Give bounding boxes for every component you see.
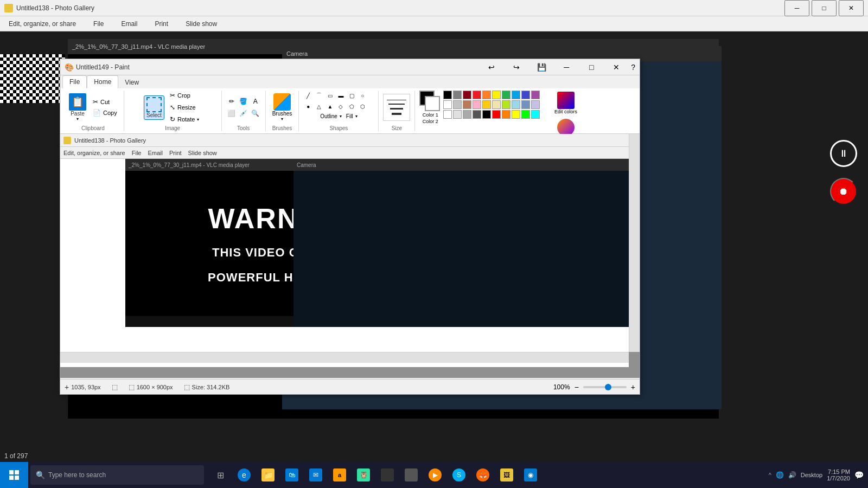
notification-icon[interactable]: 💬 [854, 471, 864, 479]
color2-swatch[interactable] [425, 96, 440, 111]
taskbar-explorer[interactable]: 📁 [256, 462, 280, 488]
swatch-lightgray[interactable] [453, 100, 462, 109]
swatch-cyan[interactable] [531, 110, 540, 119]
zoom-slider[interactable] [583, 386, 627, 388]
taskbar-tripadvisor[interactable]: 🦉 [352, 462, 375, 488]
cut-button[interactable]: ✂ Cut [91, 97, 119, 107]
start-button[interactable] [0, 462, 28, 488]
resize-button[interactable]: ⤡ Resize [168, 102, 201, 112]
menu-file[interactable]: File [89, 18, 108, 30]
paint-undo-btn[interactable]: ↩ [479, 59, 504, 75]
swatch-bright-orange[interactable] [502, 110, 510, 119]
swatch-brown[interactable] [463, 100, 471, 109]
shape-line[interactable]: ╱ [303, 91, 313, 100]
select-button[interactable]: Select [144, 95, 164, 120]
taskbar-amazon[interactable]: a [328, 462, 352, 488]
tray-clock[interactable]: 7:15 PM 1/7/2020 [827, 468, 850, 481]
shape-oval[interactable]: ○ [358, 91, 367, 100]
taskbar-firefox[interactable]: 🦊 [471, 462, 495, 488]
swatch-lavender[interactable] [531, 100, 540, 109]
swatch-black[interactable] [443, 91, 452, 99]
record-button[interactable]: ⏺ [830, 178, 857, 205]
pg-minimize-btn[interactable]: ─ [784, 0, 809, 16]
crop-button[interactable]: ✂ Crop [168, 91, 201, 100]
paint-close-btn[interactable]: ✕ [604, 59, 629, 75]
taskbar-app13[interactable]: ◉ [519, 462, 542, 488]
swatch-yellow[interactable] [492, 91, 501, 99]
swatch-silver[interactable] [453, 110, 462, 119]
swatch-purple[interactable] [531, 91, 540, 99]
taskbar-search-box[interactable]: 🔍 Type here to search [30, 465, 204, 485]
paint-scrollbar-v[interactable] [629, 134, 640, 352]
swatch-red[interactable] [473, 91, 481, 99]
taskbar-edge[interactable]: e [232, 462, 256, 488]
shape-diamond[interactable]: ◇ [336, 101, 346, 111]
paint-scrollbar-h[interactable] [60, 352, 629, 363]
pencil-tool[interactable]: ✏ [226, 96, 237, 107]
swatch-lightblue[interactable] [512, 100, 520, 109]
copy-button[interactable]: 📄 Copy [91, 108, 119, 118]
paint-maximize-btn[interactable]: □ [579, 59, 604, 75]
shape-fill-oval[interactable]: ● [303, 101, 313, 111]
inner-menu-file[interactable]: File [132, 150, 142, 156]
inner-menu-edit[interactable]: Edit, organize, or share [63, 150, 125, 156]
taskbar-vlc[interactable]: ▶ [423, 462, 447, 488]
menu-print[interactable]: Print [150, 18, 173, 30]
swatch-indigo[interactable] [521, 91, 530, 99]
paint-redo-btn[interactable]: ↪ [504, 59, 529, 75]
shape-triangle[interactable]: △ [314, 101, 324, 111]
taskbar-app7[interactable] [375, 462, 399, 488]
inner-menu-slideshow[interactable]: Slide show [188, 150, 217, 156]
edit-colors-button[interactable]: Edit colors [544, 91, 587, 115]
pg-close-btn[interactable]: ✕ [839, 0, 864, 16]
taskbar-store[interactable]: 🛍 [280, 462, 304, 488]
swatch-blue[interactable] [512, 91, 520, 99]
swatch-cream[interactable] [492, 100, 501, 109]
brushes-button[interactable]: Brushes ▾ [270, 92, 295, 123]
taskbar-skype[interactable]: S [447, 462, 471, 488]
swatch-bright-yellow[interactable] [512, 110, 520, 119]
zoom-out-btn[interactable]: − [575, 383, 579, 391]
shape-rect[interactable]: ▭ [325, 91, 335, 100]
swatch-white2[interactable] [443, 110, 452, 119]
menu-slideshow[interactable]: Slide show [181, 18, 221, 30]
inner-menu-email[interactable]: Email [148, 150, 163, 156]
shape-round-rect[interactable]: ▢ [347, 91, 356, 100]
shape-fill-rect[interactable]: ▬ [336, 91, 346, 100]
taskbar-photos[interactable]: 🖼 [495, 462, 519, 488]
shape-pent[interactable]: ⬠ [347, 101, 356, 111]
tray-expand[interactable]: ^ [769, 472, 771, 478]
swatch-black2[interactable] [482, 110, 491, 119]
swatch-lime[interactable] [502, 100, 510, 109]
swatch-bright-red[interactable] [492, 110, 501, 119]
paint-minimize-btn[interactable]: ─ [554, 59, 579, 75]
swatch-darkred[interactable] [463, 91, 471, 99]
pause-button[interactable]: ⏸ [830, 140, 857, 167]
swatch-gray[interactable] [453, 91, 462, 99]
shape-hex[interactable]: ⬡ [358, 101, 367, 111]
menu-email[interactable]: Email [117, 18, 142, 30]
swatch-pink[interactable] [473, 100, 481, 109]
shape-fill-triangle[interactable]: ▲ [325, 101, 335, 111]
tab-file[interactable]: File [62, 75, 87, 88]
fill-tool[interactable]: 🪣 [238, 96, 249, 107]
zoom-tool[interactable]: 🔍 [250, 108, 261, 119]
taskbar-app8[interactable] [399, 462, 423, 488]
swatch-cornflower[interactable] [521, 100, 530, 109]
pg-maximize-btn[interactable]: □ [812, 0, 837, 16]
zoom-in-btn[interactable]: + [631, 383, 635, 391]
menu-edit-organize[interactable]: Edit, organize, or share [4, 18, 80, 30]
text-tool[interactable]: A [250, 96, 261, 107]
eraser-tool[interactable]: ⬜ [226, 108, 237, 119]
swatch-dark-gray2[interactable] [473, 110, 481, 119]
swatch-gold[interactable] [482, 100, 491, 109]
shape-curve[interactable]: ⌒ [314, 91, 324, 100]
paste-button[interactable]: 📋 Paste ▾ [67, 92, 88, 123]
swatch-white[interactable] [443, 100, 452, 109]
swatch-mid-gray[interactable] [463, 110, 471, 119]
taskbar-mail[interactable]: ✉ [304, 462, 328, 488]
tab-view[interactable]: View [118, 76, 145, 88]
tab-home[interactable]: Home [87, 75, 118, 88]
inner-menu-print[interactable]: Print [169, 150, 182, 156]
taskbar-taskview[interactable]: ⊞ [208, 462, 232, 488]
